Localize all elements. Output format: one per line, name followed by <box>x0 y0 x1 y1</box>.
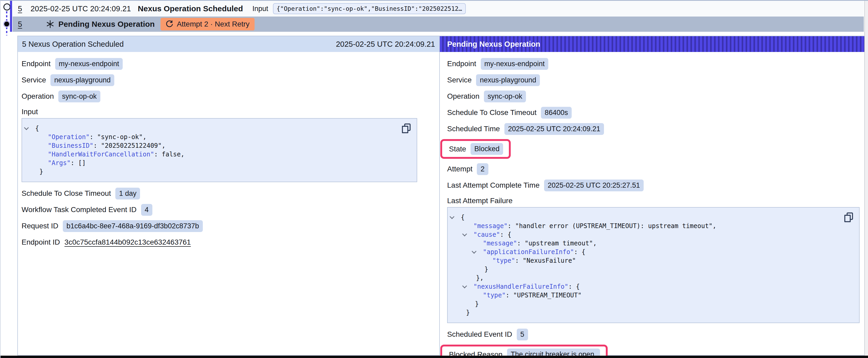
json-token: : <box>500 231 507 238</box>
input-json-block: {"Operation": "sync-op-ok","BusinessID":… <box>22 118 417 182</box>
field-label: Endpoint <box>447 60 476 68</box>
json-token: }, <box>476 274 484 282</box>
json-code-line: } <box>448 265 859 274</box>
json-token: "UPSTREAM_TIMEOUT" <box>513 292 582 299</box>
field-label: Scheduled Event ID <box>447 330 512 338</box>
field-row-operation: Operationsync-op-ok <box>447 90 860 102</box>
collapse-chevron-icon[interactable] <box>471 249 476 254</box>
field-label: Workflow Task Completed Event ID <box>22 205 136 214</box>
field-row-last-attempt-failure: Last Attempt Failure <box>447 196 860 206</box>
field-value-chip: 4 <box>141 204 152 216</box>
panel-pending-nexus-operation: Pending Nexus Operation Endpointmy-nexus… <box>439 36 864 355</box>
field-row-scheduled-event-id: Scheduled Event ID5 <box>447 328 860 340</box>
json-token: "handler error (UPSTREAM_TIMEOUT): upstr… <box>515 222 712 230</box>
event-title: Pending Nexus Operation <box>58 20 155 29</box>
json-token: : <box>574 248 582 256</box>
json-code-line: } <box>448 300 859 308</box>
json-token: , <box>143 133 146 141</box>
field-label: State <box>449 145 466 153</box>
field-row-service: Servicenexus-playground <box>447 74 860 86</box>
json-code-line: "Args": [] <box>22 159 417 167</box>
field-label: Schedule To Close Timeout <box>22 189 111 198</box>
json-token: : <box>517 240 525 247</box>
field-value-chip: sync-op-ok <box>58 91 100 102</box>
copy-icon[interactable] <box>843 212 854 223</box>
field-label: Scheduled Time <box>447 125 500 133</box>
event-id-link[interactable]: 5 <box>18 20 22 29</box>
field-label: Service <box>22 76 46 84</box>
json-token: "type" <box>483 292 506 299</box>
json-code-line: "HandlerWaitForCancellation": false, <box>22 150 417 159</box>
json-token: "message" <box>473 222 507 230</box>
right-panel-fields: Endpointmy-nexus-endpointServicenexus-pl… <box>440 52 864 358</box>
endpoint-id-link[interactable]: 3c0c75ccfa8144b092c13ce632463761 <box>64 238 191 247</box>
field-row-endpoint: Endpointmy-nexus-endpoint <box>22 58 435 70</box>
field-value-chip: sync-op-ok <box>484 91 526 102</box>
json-token: : <box>93 142 101 149</box>
json-token: "20250225122409" <box>101 142 161 149</box>
json-code-line: "message": "handler error (UPSTREAM_TIME… <box>448 222 859 230</box>
field-row-state: StateBlocked <box>447 139 860 159</box>
field-value-chip: 2025-02-25 UTC 20:24:09.21 <box>504 123 604 135</box>
failure-json-block: {"message": "handler error (UPSTREAM_TIM… <box>447 207 860 323</box>
retry-icon <box>165 20 174 28</box>
json-token: "Operation" <box>48 133 90 141</box>
field-value-chip: my-nexus-endpoint <box>481 58 549 70</box>
field-value-chip: my-nexus-endpoint <box>55 58 123 70</box>
json-token: { <box>507 231 511 238</box>
event-row-nexus-operation-scheduled[interactable]: 5 2025-02-25 UTC 20:24:09.21 Nexus Opera… <box>12 1 864 17</box>
left-panel-title: 5 Nexus Operation Scheduled <box>22 40 124 48</box>
json-token: false <box>161 151 181 158</box>
json-token: } <box>466 309 470 316</box>
field-row-last-attempt-complete-time: Last Attempt Complete Time2025-02-25 UTC… <box>447 179 860 191</box>
field-row-operation: Operationsync-op-ok <box>22 90 435 102</box>
right-panel-title: Pending Nexus Operation <box>447 40 540 48</box>
json-code-line: "type": "UPSTREAM_TIMEOUT" <box>448 291 859 300</box>
json-code-line: "type": "NexusFailure" <box>448 256 859 265</box>
event-open-circle-icon <box>3 3 10 10</box>
field-value-chip: nexus-playground <box>51 74 114 86</box>
json-token: "cause" <box>473 231 500 238</box>
json-code-line: }, <box>448 274 859 283</box>
collapse-chevron-icon[interactable] <box>450 214 454 219</box>
field-row-attempt: Attempt2 <box>447 163 860 175</box>
field-label: Operation <box>22 92 54 100</box>
json-token: "Args" <box>48 159 71 167</box>
input-preview-chip: {"Operation":"sync-op-ok","BusinessID":"… <box>273 3 466 14</box>
json-token: "HandlerWaitForCancellation" <box>48 151 154 158</box>
json-token: { <box>576 283 580 290</box>
json-token: "applicationFailureInfo" <box>483 248 574 256</box>
json-code-line: "applicationFailureInfo": { <box>448 248 859 256</box>
json-token: : <box>507 222 515 230</box>
state-highlight-box: StateBlocked <box>440 139 511 159</box>
panel-nexus-operation-scheduled: 5 Nexus Operation Scheduled 2025-02-25 U… <box>18 36 439 355</box>
json-token: { <box>582 248 585 256</box>
field-row-schedule-to-close-timeout: Schedule To Close Timeout86400s <box>447 106 860 119</box>
field-label: Schedule To Close Timeout <box>447 108 536 117</box>
event-row-pending-nexus-operation[interactable]: 5 Pending Nexus Operation Attempt 2 · Ne… <box>12 17 864 32</box>
field-row-endpoint-id: Endpoint ID3c0c75ccfa8144b092c13ce632463… <box>22 236 435 248</box>
collapse-chevron-icon[interactable] <box>462 284 467 288</box>
field-value-chip: nexus-playground <box>476 74 540 86</box>
field-row-workflow-task-completed-event-id: Workflow Task Completed Event ID4 <box>22 204 435 216</box>
collapse-chevron-icon[interactable] <box>462 231 467 236</box>
collapse-chevron-icon[interactable] <box>24 125 29 130</box>
left-panel-header: 5 Nexus Operation Scheduled 2025-02-25 U… <box>18 36 439 52</box>
field-label: Request ID <box>22 222 58 230</box>
event-id-link[interactable]: 5 <box>18 4 22 13</box>
scrollbar-gutter <box>864 1 868 358</box>
json-token: : <box>90 133 97 141</box>
field-label: Attempt <box>447 165 472 173</box>
field-label: Operation <box>447 92 479 100</box>
json-token: : <box>71 159 78 167</box>
json-token: "nexusHandlerFailureInfo" <box>473 283 568 290</box>
copy-icon[interactable] <box>401 123 411 134</box>
json-code-line: { <box>22 124 417 133</box>
field-value-chip: Blocked <box>470 143 503 155</box>
event-timeline-gutter <box>1 1 12 36</box>
json-token: "BusinessID" <box>48 142 93 149</box>
field-row-input: Input <box>22 106 435 117</box>
field-row-scheduled-time: Scheduled Time2025-02-25 UTC 20:24:09.21 <box>447 123 860 135</box>
field-row-schedule-to-close-timeout: Schedule To Close Timeout1 day <box>22 187 435 199</box>
field-row-request-id: Request IDb1c6a4bc-8ee7-468a-9169-df3b02… <box>22 220 435 232</box>
